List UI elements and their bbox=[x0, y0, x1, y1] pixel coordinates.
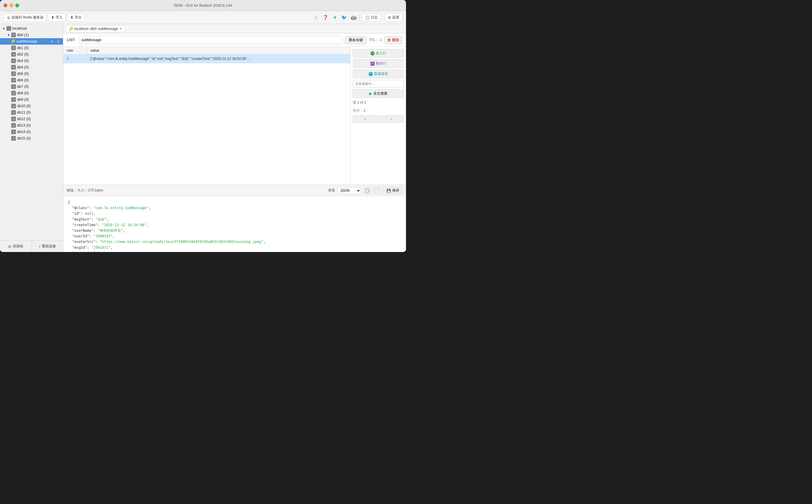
connect-label: 连接到 Redis 服务器 bbox=[11, 15, 43, 20]
settings-button[interactable]: ⚙ 设置 bbox=[385, 13, 402, 22]
insert-row-button[interactable]: + 插入行 bbox=[353, 49, 404, 58]
delete-key-button[interactable]: 🗑 bbox=[56, 39, 61, 44]
delete-row-label: 删除行 bbox=[376, 61, 386, 66]
export-label: 导出 bbox=[75, 15, 82, 20]
import-button[interactable]: ⬆ 导入 bbox=[48, 13, 66, 22]
tab-submessage[interactable]: 🔑 localhost::db0::subMessage ✕ bbox=[66, 25, 125, 32]
reload-icon: ↻ bbox=[369, 72, 373, 76]
help-icon[interactable]: ❓ bbox=[322, 14, 329, 21]
sidebar-item-db1[interactable]: ▪ db1 (0) bbox=[0, 45, 63, 51]
tab-close-button[interactable]: ✕ bbox=[119, 27, 122, 31]
titlebar: RDM - GUI for Redis® 2020.6.144 bbox=[0, 0, 406, 11]
sidebar-item-db14[interactable]: ▪ db14 (0) bbox=[0, 129, 63, 135]
connect-button[interactable]: ⊕ 连接到 Redis 服务器 bbox=[4, 13, 47, 22]
telegram-icon[interactable]: ✈ bbox=[332, 14, 338, 21]
reconnect-button[interactable]: ↕ 重组连接 bbox=[31, 241, 63, 252]
toolbar-left: ⊕ 连接到 Redis 服务器 ⬆ 导入 ⬇ 导出 bbox=[4, 13, 312, 22]
json-editor[interactable]: { "@class": "com.lk.entity.SubMessage", … bbox=[63, 196, 406, 252]
rename-button[interactable]: 重命名键 bbox=[345, 36, 367, 44]
maximize-button[interactable] bbox=[15, 4, 19, 7]
twitter-icon[interactable]: 🐦 bbox=[341, 14, 348, 21]
db10-label: db10 (0) bbox=[17, 104, 61, 108]
prev-page-button[interactable]: ‹ bbox=[353, 115, 378, 123]
localhost-label: localhost bbox=[12, 26, 61, 31]
sidebar-item-db15[interactable]: ▪ db15 (0) bbox=[0, 135, 63, 142]
save-label: 保存 bbox=[392, 188, 399, 193]
db-icon: ▪ bbox=[11, 71, 16, 76]
sidebar-item-db8[interactable]: ▪ db8 (0) bbox=[0, 90, 63, 96]
warning-icon[interactable]: ⚠ bbox=[313, 14, 319, 21]
sidebar-footer: ⊕ 添加组 ↕ 重组连接 bbox=[0, 240, 63, 252]
db8-label: db8 (0) bbox=[17, 91, 61, 95]
table-row[interactable]: 1 {"@class":"com.lk.entity.SubMessage","… bbox=[63, 55, 350, 63]
key-type-label: LIST: bbox=[67, 38, 75, 42]
db-icon: ▪ bbox=[11, 104, 16, 108]
page-search-input[interactable] bbox=[353, 80, 404, 88]
sidebar-item-db5[interactable]: ▪ db5 (0) bbox=[0, 70, 63, 77]
db-icon: ▪ bbox=[11, 33, 16, 37]
close-button[interactable] bbox=[4, 4, 7, 7]
col-value-header: value bbox=[87, 47, 350, 54]
key-name-input[interactable] bbox=[79, 36, 343, 44]
chevron-down-icon: ▼ bbox=[2, 27, 5, 30]
robot-icon[interactable]: 🤖 bbox=[350, 14, 357, 21]
add-group-button[interactable]: ⊕ 添加组 bbox=[0, 241, 31, 252]
table-body: 1 {"@class":"com.lk.entity.SubMessage","… bbox=[63, 55, 350, 185]
db-icon: ▪ bbox=[11, 110, 16, 115]
save-button[interactable]: 💾 保存 bbox=[383, 187, 402, 194]
full-search-button[interactable]: ▶ 全文搜索 bbox=[353, 89, 404, 98]
value-editor: 键值：大小：275 bytes 查看 JSON Plain text Hex 📋… bbox=[63, 185, 406, 252]
table-area: row value 1 {"@class":"com.lk.entity.Sub… bbox=[63, 47, 406, 185]
import-label: 导入 bbox=[56, 15, 63, 20]
export-icon: ⬇ bbox=[70, 15, 73, 20]
content-area: 🔑 localhost::db0::subMessage ✕ LIST: 重命名… bbox=[63, 24, 406, 252]
next-page-button[interactable]: › bbox=[379, 115, 404, 123]
sidebar-item-db7[interactable]: ▪ db7 (0) bbox=[0, 83, 63, 90]
sidebar-item-db4[interactable]: ▪ db4 (0) bbox=[0, 64, 63, 70]
log-button[interactable]: 📋 日志 bbox=[362, 13, 381, 22]
db2-label: db2 (0) bbox=[17, 52, 61, 56]
reconnect-icon: ↕ bbox=[39, 244, 41, 248]
db-icon: ▪ bbox=[11, 136, 16, 141]
db1-label: db1 (0) bbox=[17, 46, 61, 50]
trash-icon: ✕ bbox=[370, 62, 375, 66]
sidebar-item-db2[interactable]: ▪ db2 (0) bbox=[0, 51, 63, 58]
minimize-button[interactable] bbox=[9, 4, 13, 7]
delete-row-button[interactable]: ✕ 删除行 bbox=[353, 59, 404, 68]
key-tab-icon: 🔑 bbox=[69, 27, 73, 31]
db-icon: ▪ bbox=[11, 84, 16, 89]
reload-button[interactable]: ↻ 重载键值 bbox=[353, 70, 404, 78]
log-label: 日志 bbox=[371, 15, 378, 20]
key-main: LIST: 重命名键 TTL：-1 🗑 删除 row bbox=[63, 33, 406, 252]
search-icon: ▶ bbox=[369, 91, 372, 96]
sidebar-item-db9[interactable]: ▪ db9 (0) bbox=[0, 96, 63, 103]
export-button[interactable]: ⬇ 导出 bbox=[67, 13, 85, 22]
plus-circle-icon: ⊕ bbox=[7, 15, 10, 20]
sidebar-item-db13[interactable]: ▪ db13 (0) bbox=[0, 122, 63, 129]
format-select[interactable]: JSON Plain text Hex bbox=[338, 187, 361, 194]
db-icon: ▪ bbox=[11, 97, 16, 102]
edit-key-button[interactable]: ✏ bbox=[50, 39, 55, 44]
settings-label: 设置 bbox=[392, 15, 399, 20]
log-icon: 📋 bbox=[365, 16, 370, 20]
key-editor: LIST: 重命名键 TTL：-1 🗑 删除 row bbox=[63, 33, 406, 252]
sidebar-item-db12[interactable]: ▪ db12 (0) bbox=[0, 116, 63, 122]
sidebar-item-db0[interactable]: ▼ ▪ db0 (1) bbox=[0, 32, 63, 38]
paste-button[interactable]: 📄 bbox=[373, 187, 381, 194]
sidebar: ▼ localhost ▼ ▪ db0 (1) 🔑 su bbox=[0, 24, 63, 252]
sidebar-item-db11[interactable]: ▪ db11 (0) bbox=[0, 109, 63, 116]
col-row-header: row bbox=[63, 47, 87, 54]
sidebar-item-db3[interactable]: ▪ db3 (0) bbox=[0, 58, 63, 64]
db5-label: db5 (0) bbox=[17, 72, 61, 76]
chevron-down-icon: ▼ bbox=[7, 33, 10, 37]
delete-button[interactable]: 🗑 删除 bbox=[384, 36, 402, 44]
copy-button[interactable]: 📋 bbox=[363, 187, 371, 194]
sidebar-item-db6[interactable]: ▪ db6 (0) bbox=[0, 77, 63, 83]
sidebar-item-localhost[interactable]: ▼ localhost bbox=[0, 25, 63, 32]
sidebar-item-db10[interactable]: ▪ db10 (0) bbox=[0, 103, 63, 109]
window-title: RDM - GUI for Redis® 2020.6.144 bbox=[174, 3, 232, 8]
sidebar-item-submessage[interactable]: 🔑 subMessage ✏ 🗑 bbox=[0, 38, 63, 45]
toolbar-end: 📋 日志 ⚙ 设置 bbox=[362, 13, 402, 22]
db15-label: db15 (0) bbox=[17, 136, 61, 140]
server-icon bbox=[6, 26, 11, 31]
